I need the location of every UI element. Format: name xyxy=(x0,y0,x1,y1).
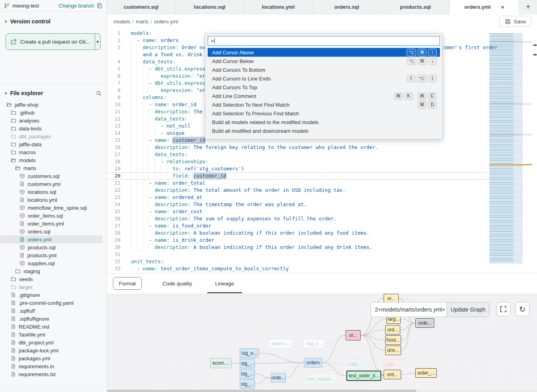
code-line[interactable]: 25- name: order_cost xyxy=(107,208,487,215)
lineage-node-drin-[interactable]: drin... xyxy=(385,346,401,355)
lineage-node-stg-[interactable]: stg_... xyxy=(240,369,255,379)
pr-dropdown-caret[interactable]: ▾ xyxy=(95,34,100,50)
file-tree-item--github[interactable]: .github xyxy=(0,109,106,117)
lineage-node-stg-[interactable]: stg_... xyxy=(240,359,255,368)
file-tree-item--sqlfluffignore[interactable]: .sqlfluffignore xyxy=(0,315,106,323)
file-tree-item-requirements-in[interactable]: requirements.in xyxy=(0,362,106,370)
file-tree-item-macros[interactable]: macros xyxy=(0,148,106,156)
lineage-node-cust-[interactable]: cust... xyxy=(346,359,363,369)
palette-item-add-line-comment[interactable]: Add Line Comment⌘K⌘C xyxy=(208,92,440,100)
code-line[interactable]: 18- relationships: xyxy=(107,158,487,165)
lineage-selector-input[interactable]: 2+models/marts/orders.yml+ xyxy=(371,302,447,317)
tab-orders-sql[interactable]: orders.sql xyxy=(313,0,381,14)
code-line[interactable]: 23- name: ordered_at xyxy=(107,194,487,201)
tab-lineage[interactable]: Lineage xyxy=(213,273,237,293)
code-line[interactable]: 22description: The total amount of the o… xyxy=(107,187,487,194)
format-button[interactable]: Format xyxy=(113,277,142,290)
scrollbar-thumb[interactable] xyxy=(107,390,417,392)
close-tab-icon[interactable]: × xyxy=(501,4,505,10)
file-tree-item-jaffle-data[interactable]: jaffle-data xyxy=(0,140,106,148)
breadcrumb-item[interactable]: marts xyxy=(136,19,149,25)
create-pull-request-button[interactable]: Create a pull request on Git... ▾ xyxy=(6,33,101,50)
tab-locations-sql[interactable]: locations.sql xyxy=(176,0,244,14)
code-line[interactable]: 28description: A boolean indicating if t… xyxy=(107,229,487,237)
editor-vertical-scrollbar[interactable] xyxy=(533,29,537,273)
palette-item-build-all-models-related-to-the-modified-models[interactable]: Build all models related to the modified… xyxy=(208,118,440,126)
change-branch-link[interactable]: Change branch xyxy=(59,3,94,9)
palette-item-add-selection-to-previous-find-match[interactable]: Add Selection To Previous Find Match xyxy=(208,109,440,118)
lineage-node-test-supply-[interactable]: test_supply... xyxy=(305,374,336,384)
breadcrumb-item[interactable]: orders.yml xyxy=(154,19,178,25)
lineage-node-orde-[interactable]: orde... xyxy=(271,373,286,382)
palette-item-add-cursor-above[interactable]: Add Cursor Above⌥⌘↑ xyxy=(208,48,440,57)
update-graph-button[interactable]: Update Graph xyxy=(447,302,489,317)
file-tree-item-dbt-project-yml[interactable]: dbt_project.yml xyxy=(0,338,106,346)
file-tree-item--sqlfluff[interactable]: .sqlfluff xyxy=(0,307,106,315)
lineage-node-stg-[interactable]: stg_... xyxy=(240,379,255,389)
code-line[interactable]: 27- name: is_food_order xyxy=(107,222,487,229)
lineage-node-ecom-r-[interactable]: ecom.r... xyxy=(268,339,293,348)
file-tree-item-taskfile-yml[interactable]: Taskfile.yml xyxy=(0,331,106,338)
refresh-button[interactable]: ↻ xyxy=(515,302,529,316)
file-explorer-header[interactable]: ▾ File explorer xyxy=(0,88,107,99)
tab-products-sql[interactable]: products.sql xyxy=(381,0,450,14)
code-line[interactable]: 31 xyxy=(107,251,487,258)
palette-item-build-all-modified-and-downstream-models[interactable]: Build all modified and downstream models xyxy=(208,126,440,135)
lineage-node-orders[interactable]: orders xyxy=(304,358,322,367)
file-tree-item-orders-sql[interactable]: orders.sql xyxy=(0,228,106,235)
file-tree-item-customers-sql[interactable]: customers.sql xyxy=(0,172,106,180)
file-tree-item-packages-yml[interactable]: packages.yml xyxy=(0,354,106,362)
file-tree-item-seeds[interactable]: seeds xyxy=(0,275,106,283)
file-tree-item-supplies-sql[interactable]: supplies.sql xyxy=(0,259,106,267)
file-tree-item-order-items-yml[interactable]: order_items.yml xyxy=(0,220,106,228)
file-tree-item--pre-commit-config-yaml[interactable]: .pre-commit-config.yaml xyxy=(0,299,106,307)
version-control-header[interactable]: ▾ Version control xyxy=(0,16,107,27)
palette-item-add-cursor-below[interactable]: Add Cursor Below⌥⌘↓ xyxy=(208,57,440,65)
search-icon[interactable] xyxy=(96,90,102,96)
file-tree-item-analyses[interactable]: analyses xyxy=(0,117,106,124)
file-tree-item-order-items-sql[interactable]: order_items.sql xyxy=(0,212,106,220)
file-tree-item-staging[interactable]: staging xyxy=(0,267,106,275)
lineage-horizontal-scrollbar[interactable] xyxy=(107,390,537,392)
file-tree-item-readme-md[interactable]: README.md xyxy=(0,323,106,331)
file-tree-item-jaffle-shop[interactable]: jaffle-shop xyxy=(0,101,106,109)
file-tree-item-marts[interactable]: marts xyxy=(0,164,106,172)
file-tree-item-customers-yml[interactable]: customers.yml xyxy=(0,180,106,188)
copy-icon[interactable] xyxy=(97,3,103,9)
file-tree-item-metricflow-time-spine-sql[interactable]: metricflow_time_spine.sql xyxy=(0,204,106,212)
create-pull-request-main[interactable]: Create a pull request on Git... xyxy=(6,34,95,50)
breadcrumb-item[interactable]: models xyxy=(114,19,130,25)
file-tree-item-dbt-packages[interactable]: dbt_packages xyxy=(0,132,106,140)
command-palette-input[interactable]: > xyxy=(208,36,440,46)
file-tree-item-products-sql[interactable]: products.sql xyxy=(0,243,106,251)
fullscreen-button[interactable] xyxy=(496,302,510,316)
file-tree-item-package-lock-yml[interactable]: package-lock.yml xyxy=(0,346,106,354)
code-line[interactable]: 32unit_tests: xyxy=(107,258,487,265)
palette-item-add-cursors-to-bottom[interactable]: Add Cursors To Bottom xyxy=(208,65,440,74)
code-editor[interactable]: 1models:2- name: orders3description: Ord… xyxy=(107,29,537,273)
lineage-node-stg-o-[interactable]: stg_o... xyxy=(240,348,259,358)
tab-locations-yml[interactable]: locations.yml xyxy=(244,0,313,14)
file-tree-item-target[interactable]: target xyxy=(0,283,106,291)
code-line[interactable]: 29- name: is_drink_order xyxy=(107,237,487,244)
file-tree-item-locations-yml[interactable]: locations.yml xyxy=(0,196,106,204)
lineage-node-ord-[interactable]: ord... xyxy=(385,325,400,335)
tab-customers-sql[interactable]: customers.sql xyxy=(107,0,176,14)
file-tree-item-requirements-txt[interactable]: requirements.txt xyxy=(0,370,106,378)
lineage-node-stg-c-[interactable]: stg_c... xyxy=(303,339,325,348)
tab-orders-yml-active[interactable]: orders.yml× xyxy=(450,0,519,14)
file-tree-item-data-tests[interactable]: data-tests xyxy=(0,124,106,132)
lineage-node-cus-[interactable]: cus... xyxy=(384,359,400,369)
palette-item-add-selection-to-next-find-match[interactable]: Add Selection To Next Find Match⌘D xyxy=(208,100,440,109)
lineage-node-test-order-it-[interactable]: test_order_it... xyxy=(346,371,381,381)
file-tree-item-locations-sql[interactable]: locations.sql xyxy=(0,188,106,196)
file-tree-item-products-yml[interactable]: products.yml xyxy=(0,251,106,259)
file-tree-item--gitignore[interactable]: .gitignore xyxy=(0,291,106,299)
new-tab-button[interactable]: + xyxy=(519,0,537,14)
tab-code-quality[interactable]: Code quality xyxy=(160,273,195,293)
code-line[interactable]: 26description: The sum of supply expense… xyxy=(107,215,487,222)
code-line[interactable]: 16description: The foreign key relating … xyxy=(107,144,487,151)
lineage-graph[interactable]: 2+models/marts/orders.yml+ Update Graph … xyxy=(107,293,537,390)
lineage-node-or-[interactable]: or... xyxy=(384,294,399,303)
palette-item-add-cursors-to-top[interactable]: Add Cursors To Top xyxy=(208,83,440,92)
